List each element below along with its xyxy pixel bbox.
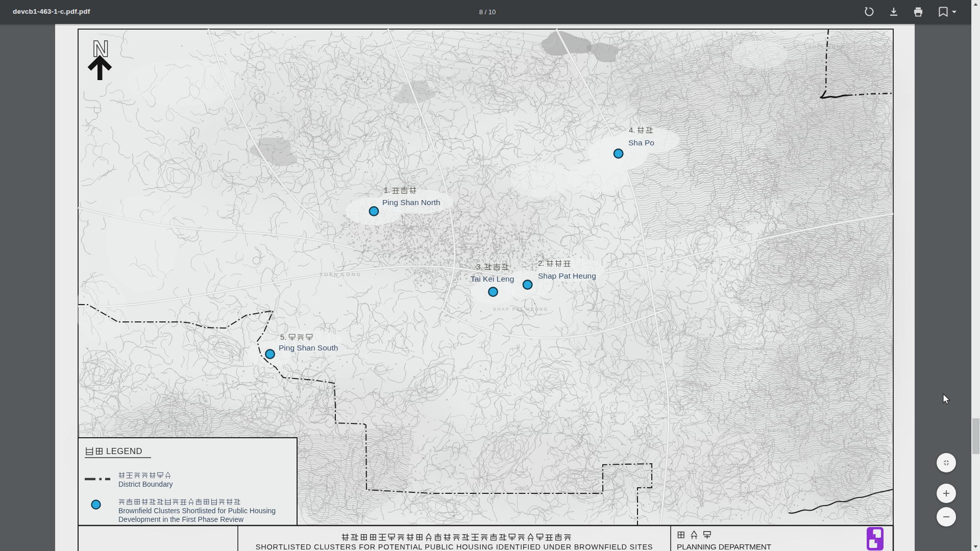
svg-text:Development in the First Phase: Development in the First Phase Review [118,515,244,523]
svg-text:SHORTLISTED CLUSTERS FOR POTEN: SHORTLISTED CLUSTERS FOR POTENTIAL PUBLI… [256,543,653,551]
svg-text:LEGEND: LEGEND [106,446,142,456]
svg-text:District Boundary: District Boundary [118,480,173,488]
svg-text:YUEN LONG: YUEN LONG [320,271,362,277]
svg-text:Brownfield Clusters Shortliste: Brownfield Clusters Shortlisted for Publ… [118,507,276,515]
svg-text:SHEK KONG: SHEK KONG [808,44,846,49]
svg-text:5.: 5. [280,333,287,341]
svg-text:Ping Shan South: Ping Shan South [279,343,338,352]
svg-text:4.: 4. [629,126,635,134]
svg-text:SHAP PAT HEUNG: SHAP PAT HEUNG [493,307,549,312]
svg-text:PAT HEUNG: PAT HEUNG [754,428,791,433]
svg-text:2.: 2. [538,259,545,267]
svg-text:Tai Kei Leng: Tai Kei Leng [471,274,514,283]
svg-text:Ping Shan North: Ping Shan North [382,198,440,207]
svg-text:1.: 1. [384,186,390,194]
svg-text:3.: 3. [476,262,483,271]
svg-text:Shap Pat Heung: Shap Pat Heung [538,271,596,280]
svg-text:PLANNING DEPARTMENT: PLANNING DEPARTMENT [677,542,772,551]
svg-text:Sha Po: Sha Po [628,138,654,147]
